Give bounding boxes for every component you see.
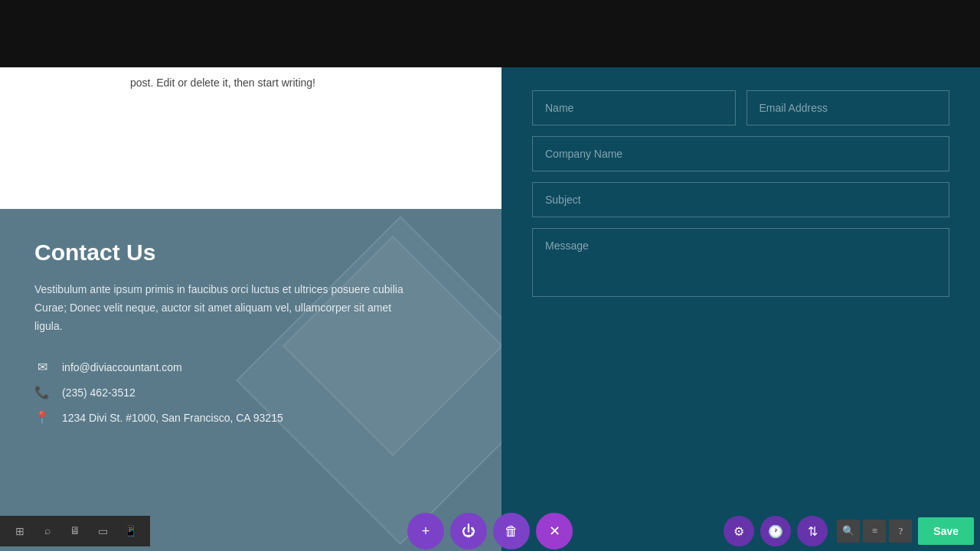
help-icon[interactable]: ? [889, 520, 912, 543]
main-content: post. Edit or delete it, then start writ… [0, 67, 980, 551]
contact-address: 1234 Divi St. #1000, San Francisco, CA 9… [62, 412, 283, 424]
contact-phone-item: 📞 (235) 462-3512 [34, 385, 467, 399]
magnify-icon[interactable]: 🔍 [837, 520, 860, 543]
phone-icon: 📞 [34, 385, 50, 399]
form-row-subject [532, 182, 949, 217]
trash-button[interactable]: 🗑 [493, 513, 530, 549]
form-row-name-email [532, 90, 949, 126]
grid-view-icon[interactable]: ⊞ [6, 517, 34, 545]
left-white-section: post. Edit or delete it, then start writ… [0, 67, 501, 209]
bottom-toolbar: ⊞ ⌕ 🖥 ▭ 📱 + ⏻ 🗑 ✕ ⚙ 🕐 ⇅ 🔍 ≡ ? Save [0, 511, 980, 551]
contact-form-panel [501, 67, 980, 551]
company-input[interactable] [532, 136, 949, 171]
location-icon: 📍 [34, 410, 50, 425]
contact-phone: (235) 462-3512 [62, 386, 136, 399]
email-icon: ✉ [34, 360, 50, 374]
sliders-icon[interactable]: ≡ [863, 520, 886, 543]
contact-section: Contact Us Vestibulum ante ipsum primis … [0, 209, 501, 551]
save-button[interactable]: Save [918, 517, 974, 545]
sort-button[interactable]: ⇅ [797, 516, 828, 546]
mobile-view-icon[interactable]: 📱 [116, 517, 144, 545]
close-button[interactable]: ✕ [536, 513, 573, 549]
contact-email: info@diviaccountant.com [62, 361, 182, 373]
search-toolbar-icon[interactable]: ⌕ [34, 517, 61, 545]
left-panel: post. Edit or delete it, then start writ… [0, 67, 501, 551]
form-row-company [532, 136, 949, 171]
subject-input[interactable] [532, 182, 949, 217]
small-icon-group: 🔍 ≡ ? [837, 520, 912, 543]
page-wrapper: post. Edit or delete it, then start writ… [0, 0, 980, 551]
desktop-view-icon[interactable]: 🖥 [61, 517, 89, 545]
toolbar-left-icons: ⊞ ⌕ 🖥 ▭ 📱 [0, 516, 150, 546]
top-bar [0, 0, 980, 67]
power-button[interactable]: ⏻ [450, 513, 487, 549]
post-text: post. Edit or delete it, then start writ… [130, 77, 315, 89]
toolbar-right: ⚙ 🕐 ⇅ 🔍 ≡ ? Save [717, 511, 980, 551]
contact-address-item: 📍 1234 Divi St. #1000, San Francisco, CA… [34, 410, 467, 425]
name-input[interactable] [532, 90, 736, 126]
email-input[interactable] [746, 90, 950, 126]
toolbar-center-buttons: + ⏻ 🗑 ✕ [407, 513, 573, 549]
message-textarea[interactable] [532, 228, 949, 297]
add-button[interactable]: + [407, 513, 444, 549]
contact-email-item: ✉ info@diviaccountant.com [34, 360, 467, 374]
contact-description: Vestibulum ante ipsum primis in faucibus… [34, 281, 417, 335]
settings-button[interactable]: ⚙ [724, 516, 754, 546]
form-row-message [532, 228, 949, 297]
tablet-view-icon[interactable]: ▭ [89, 517, 116, 545]
history-button[interactable]: 🕐 [760, 516, 791, 546]
contact-title: Contact Us [34, 240, 467, 266]
